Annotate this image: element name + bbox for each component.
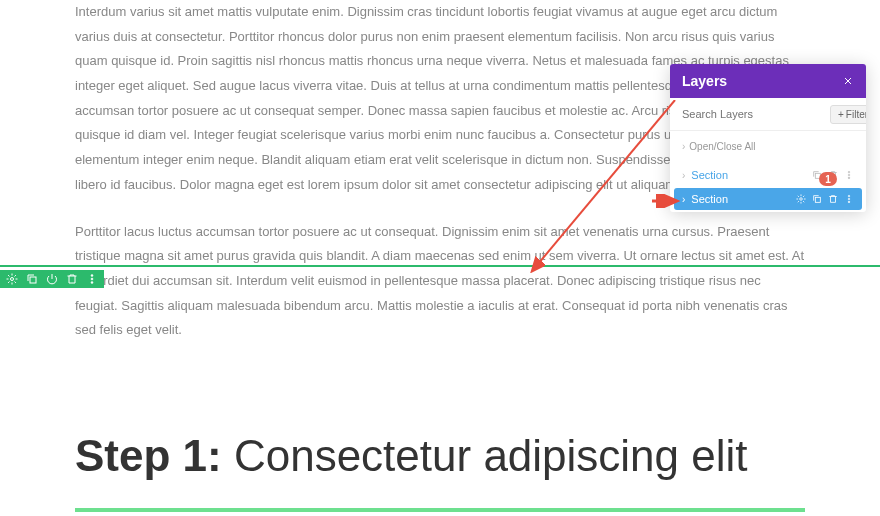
svg-point-11 xyxy=(848,195,850,197)
duplicate-icon[interactable] xyxy=(26,273,38,285)
section-top-border xyxy=(0,265,880,267)
duplicate-icon[interactable] xyxy=(812,194,822,204)
paragraph-2: Porttitor lacus luctus accumsan tortor p… xyxy=(75,220,805,343)
svg-point-9 xyxy=(800,198,803,201)
svg-rect-10 xyxy=(815,197,820,202)
svg-point-8 xyxy=(848,177,850,179)
settings-icon[interactable] xyxy=(6,273,18,285)
settings-icon[interactable] xyxy=(796,194,806,204)
more-icon[interactable] xyxy=(86,273,98,285)
svg-point-4 xyxy=(91,282,93,284)
svg-point-6 xyxy=(848,171,850,173)
trash-icon[interactable] xyxy=(828,194,838,204)
more-icon[interactable] xyxy=(844,194,854,204)
heading-underline xyxy=(75,508,805,512)
layers-search-row: +Filter xyxy=(670,98,866,131)
svg-point-0 xyxy=(11,278,14,281)
annotation-arrow-2 xyxy=(652,194,682,208)
svg-point-7 xyxy=(848,174,850,176)
svg-rect-1 xyxy=(30,277,36,283)
layers-panel-title: Layers xyxy=(682,73,727,89)
layers-panel: Layers +Filter Open/Close All › Section … xyxy=(670,64,866,212)
section-toolbar[interactable] xyxy=(0,270,104,288)
close-icon[interactable] xyxy=(842,75,854,87)
trash-icon[interactable] xyxy=(66,273,78,285)
layers-panel-header: Layers xyxy=(670,64,866,98)
layer-item-2[interactable]: › Section xyxy=(674,188,862,210)
more-icon[interactable] xyxy=(844,170,854,180)
svg-point-13 xyxy=(848,201,850,203)
annotation-badge-1: 1 xyxy=(819,172,837,186)
filter-button[interactable]: +Filter xyxy=(830,105,866,124)
svg-point-12 xyxy=(848,198,850,200)
svg-point-2 xyxy=(91,275,93,277)
search-input[interactable] xyxy=(678,104,824,124)
svg-line-15 xyxy=(533,100,675,270)
annotation-arrow-1 xyxy=(525,100,685,280)
power-icon[interactable] xyxy=(46,273,58,285)
open-close-all[interactable]: Open/Close All xyxy=(670,131,866,162)
layer-label: Section xyxy=(691,193,790,205)
svg-point-3 xyxy=(91,278,93,280)
layer-label: Section xyxy=(691,169,806,181)
page-heading: Step 1: Consectetur adipiscing elit xyxy=(75,430,805,483)
